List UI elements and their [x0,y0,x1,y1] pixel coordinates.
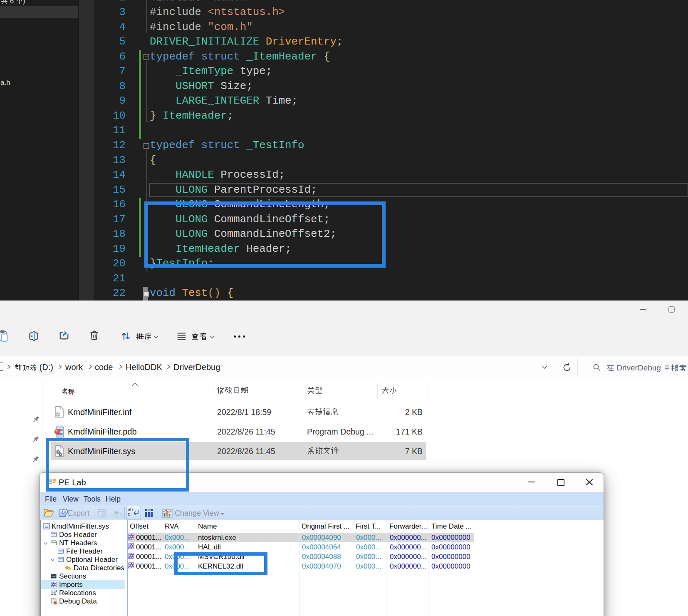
svg-text:32: 32 [45,525,49,529]
svg-text:sec: sec [52,575,56,578]
